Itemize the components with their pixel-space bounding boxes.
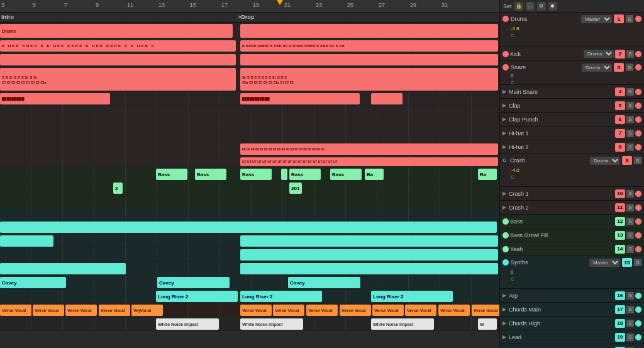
clip-bass-8[interactable]: Ba	[478, 169, 497, 180]
snare-s-btn[interactable]: S	[626, 64, 633, 71]
clip-bass-3[interactable]: Bass	[240, 169, 272, 180]
lead-record-btn[interactable]	[635, 334, 641, 340]
hihat2-s-btn[interactable]: S	[626, 143, 634, 151]
lock-icon[interactable]: 🔒	[514, 2, 523, 11]
clip-vocal-2[interactable]: Verse Vocal	[33, 305, 64, 316]
clip-noise-3[interactable]: White Noise Impact	[371, 318, 434, 330]
marker-3: 7	[64, 2, 67, 8]
drums-group-select[interactable]: Master	[581, 15, 612, 23]
clip-noise-4[interactable]: W	[478, 318, 497, 330]
bass-growl-record-btn[interactable]	[635, 232, 641, 239]
snare-group-select[interactable]: Drums	[582, 64, 612, 72]
yeah-record-btn[interactable]	[635, 246, 641, 252]
clip-vocal-5[interactable]: Ve|Vocal	[131, 305, 163, 316]
chords-main-record-btn[interactable]	[635, 306, 641, 313]
clip-vocal-6[interactable]: Verse Vocal	[240, 305, 272, 316]
hihat2-record-btn[interactable]	[635, 144, 641, 150]
crash-s-btn[interactable]: S	[634, 157, 641, 164]
clip-riser-2[interactable]: Long Riser 2	[240, 291, 322, 302]
mainsnare-record-btn[interactable]	[635, 89, 641, 95]
clap-punch-record-btn[interactable]	[635, 116, 641, 123]
clip-growl-1[interactable]: 2	[113, 182, 123, 194]
clip-kick-2[interactable]: K KKKK KNKK K KKK KF K KKKK KNKK K KKK K…	[240, 40, 498, 52]
clip-cavey-3[interactable]: Cavey	[288, 277, 360, 288]
timeline-header[interactable]: 3 5 7 9 11 13 15 17 19 21 23 25 27 29 31	[0, 0, 499, 13]
clip-riser-1[interactable]: Long Riser 2	[156, 291, 238, 302]
clip-arp[interactable]	[0, 222, 497, 233]
clip-mainsnare-1[interactable]: S S Sr S S S Sr S Sr Cl Cl Cl Cl Cl Cl C…	[0, 68, 236, 91]
clip-bass-2[interactable]: Bass	[195, 169, 226, 180]
clip-mainsnare-2[interactable]: Sr S S S S S S S Sr S S S Cla Cl Cl Cl C…	[240, 68, 498, 91]
clip-bass-7[interactable]: Ba	[365, 169, 384, 180]
clip-clap-punch-3[interactable]	[371, 93, 402, 104]
clip-vocal-1[interactable]: Verse Vocal	[0, 305, 31, 316]
clip-kick-1[interactable]: K HKK KNKK K K HKK KNKK K HKK KNKK K K H…	[0, 40, 236, 52]
chords-high-s-btn[interactable]: S	[626, 320, 634, 327]
clip-snare-2[interactable]	[240, 54, 498, 65]
record-icon[interactable]: ⏺	[548, 2, 557, 11]
clip-vocal-11[interactable]: Verse Vocal	[405, 305, 436, 316]
clip-vocal-9[interactable]: Verse Vocal	[340, 305, 371, 316]
clip-clap-punch-2[interactable]: ▉▉▉▉▉▉▉▉▉▉▉	[240, 93, 360, 104]
clip-vocal-8[interactable]: Verse Vocal	[306, 305, 338, 316]
clip-chords-main-2[interactable]	[240, 235, 498, 247]
lead-s-btn[interactable]: S	[626, 334, 634, 341]
clip-noise-1[interactable]: White Noise Impact	[156, 318, 219, 330]
clap-record-btn[interactable]	[635, 103, 641, 109]
clip-noise-2[interactable]: White Noise Impact	[240, 318, 303, 330]
yeah-s-btn[interactable]: S	[626, 245, 634, 253]
crash1-record-btn[interactable]	[635, 191, 641, 197]
clip-vocal-10[interactable]: Verse Vocal	[372, 305, 404, 316]
clip-bass-1[interactable]: Bass	[156, 169, 187, 180]
crash2-record-btn[interactable]	[635, 205, 641, 211]
crash1-s-btn[interactable]: S	[626, 190, 634, 198]
drums-s-btn[interactable]: S	[626, 15, 633, 23]
gear-icon[interactable]: ⚙	[537, 2, 546, 11]
clip-bass-5[interactable]: Bass	[289, 169, 321, 180]
clip-riser-3[interactable]: Long Riser 2	[371, 291, 453, 302]
synths-s-btn[interactable]: S	[634, 259, 641, 266]
clip-lead-1[interactable]	[0, 263, 126, 274]
arp-s-btn[interactable]: S	[626, 292, 634, 300]
clip-vocal-3[interactable]: Verse Vocal	[65, 305, 97, 316]
crash-group-select[interactable]: Drums	[590, 157, 620, 165]
clip-chords-main-1[interactable]	[0, 235, 53, 247]
clip-vocal-4[interactable]: Verse Vocal	[99, 305, 130, 316]
clip-crash1[interactable]: 00 00 00 00 00 00 00 00 00 00 00 00 00 0…	[240, 143, 498, 155]
hihat1-s-btn[interactable]: S	[626, 130, 634, 137]
clip-chords-high[interactable]	[240, 249, 498, 261]
bass-record-btn[interactable]	[635, 218, 641, 225]
clip-drums-1[interactable]: Drums	[0, 24, 233, 38]
snare-record-btn[interactable]	[635, 64, 641, 70]
clap-punch-s-btn[interactable]: S	[626, 116, 634, 123]
kick-group-select[interactable]: Drums	[584, 50, 614, 58]
mainsnare-s-btn[interactable]: S	[626, 88, 634, 96]
clip-vocal-13[interactable]: Verse Vocal	[472, 305, 499, 316]
drums-record-btn[interactable]	[635, 16, 641, 22]
headphone-icon[interactable]: 🎧	[526, 2, 535, 11]
clip-snare-1[interactable]	[0, 54, 236, 65]
clip-growl-2[interactable]: 201	[289, 182, 302, 194]
clip-vocal-7[interactable]: Verse Vocal	[273, 305, 304, 316]
crash2-s-btn[interactable]: S	[626, 204, 634, 211]
clip-bass-4[interactable]	[281, 169, 287, 180]
clip-cavey-1[interactable]: Cavey	[0, 277, 66, 288]
bass-growl-s-btn[interactable]: S	[626, 232, 634, 239]
kick-s-btn[interactable]: S	[626, 50, 634, 58]
clip-bass-6[interactable]: Bass	[330, 169, 362, 180]
clip-crash2[interactable]: UT UT UT UT UT UT UT UT UT UT UT UT UT U…	[240, 157, 498, 166]
clip-cavey-2[interactable]: Cavey	[157, 277, 230, 288]
chords-high-record-btn[interactable]	[635, 320, 641, 327]
arp-record-btn[interactable]	[635, 293, 641, 299]
chords-main-s-btn[interactable]: S	[626, 306, 634, 313]
clap-s-btn[interactable]: S	[626, 102, 634, 109]
clip-vocal-12[interactable]: Verse Vocal	[438, 305, 470, 316]
clip-clap-punch-1[interactable]: ▉▉▉▉▉▉▉▉▉	[0, 93, 110, 104]
clip-drums-2[interactable]	[240, 24, 498, 38]
hihat1-record-btn[interactable]	[635, 130, 641, 137]
kick-record-btn[interactable]	[635, 51, 641, 57]
clip-lead-2[interactable]	[240, 263, 498, 274]
bass-s-btn[interactable]: S	[626, 218, 634, 225]
tracks-area[interactable]: Drums K HKK KNKK K K HKK KNKK K HKK KNKK…	[0, 23, 499, 348]
synths-group-select[interactable]: Master	[589, 259, 620, 267]
